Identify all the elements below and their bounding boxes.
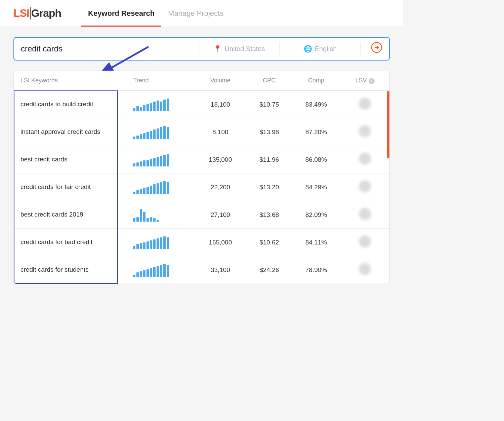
search-location[interactable]: 📍 United States [206,45,273,53]
cpc-cell: $13.98 [247,118,292,146]
comp-cell: 84.11% [292,229,340,256]
lsv-blur-indicator [359,125,371,137]
bar [160,127,162,139]
bar [143,160,145,166]
bar-chart [133,98,187,111]
bar [157,101,159,111]
keyword-cell: best credit cards [14,146,126,174]
cpc-cell: $11.96 [247,146,292,174]
cpc-cell: $10.62 [247,229,292,256]
bar [133,246,135,249]
search-submit-button[interactable] [371,42,382,56]
scroll-indicator[interactable] [387,91,389,158]
lsv-blur-indicator [359,98,371,110]
bar [153,102,156,111]
bar [157,183,159,194]
bar [160,182,162,194]
table-row[interactable]: credit cards for bad credit165,000$10.62… [14,229,389,256]
bar [167,99,169,111]
bar [150,159,152,166]
bar [140,271,142,277]
lsv-blur-indicator [359,263,371,275]
cpc-cell: $10.75 [247,90,292,118]
bar [150,268,152,277]
header: LSIGraph Keyword Research Manage Project… [0,0,403,27]
bar [136,217,139,222]
bar [160,102,162,111]
trend-cell [126,90,194,118]
logo: LSIGraph [13,7,61,20]
bar [136,136,139,139]
bar [146,241,149,249]
bar [163,126,166,139]
bar-chart [133,236,187,249]
bar [143,105,145,111]
bar-chart [133,125,187,139]
search-input[interactable] [21,44,192,53]
volume-cell: 8,100 [194,118,247,146]
col-header-comp: Comp [292,71,340,90]
trend-cell [126,146,194,174]
bar [153,239,156,249]
comp-cell: 86.08% [292,146,340,174]
volume-cell: 27,100 [194,201,247,229]
globe-icon: 🌐 [304,45,312,53]
volume-cell: 18,100 [194,90,247,118]
lsv-blur-indicator [359,208,371,220]
tab-manage-projects[interactable]: Manage Projects [161,0,230,27]
logo-graph: Graph [31,7,61,20]
bar [136,162,139,166]
bar [160,265,162,277]
bar [146,132,149,139]
table-row[interactable]: best credit cards 201927,100$13.6882.09% [14,201,389,229]
tab-keyword-research[interactable]: Keyword Research [81,0,161,27]
bar [157,266,159,277]
nav-tabs: Keyword Research Manage Projects [81,0,230,27]
keyword-cell: credit cards for bad credit [14,229,126,256]
bar [153,129,156,139]
search-divider-1 [199,42,199,55]
keyword-cell: best credit cards 2019 [14,201,126,229]
bar [143,188,145,194]
lsv-info-icon[interactable]: i [369,78,375,84]
trend-cell [126,174,194,201]
table-row[interactable]: credit cards for students33,100$24.2678.… [14,256,389,284]
bar [133,163,135,166]
volume-cell: 22,200 [194,174,247,201]
bar [157,238,159,249]
table-row[interactable]: instant approval credit cards8,100$13.98… [14,118,389,146]
bar [163,236,166,249]
bar [140,243,142,249]
bar [143,270,145,277]
bar [133,192,135,194]
bar [163,181,166,194]
bar [140,161,142,166]
comp-cell: 78.90% [292,256,340,284]
bar [150,217,152,222]
bar [150,131,152,139]
table-row[interactable]: credit cards for fair credit22,200$13.20… [14,174,389,201]
lsv-blur-indicator [359,153,371,165]
bar [133,108,135,111]
search-language[interactable]: 🌐 English [287,45,354,53]
lsv-cell [341,201,389,229]
table-row[interactable]: credit cards to build credit18,100$10.75… [14,90,389,118]
search-divider-2 [280,42,280,55]
lsv-cell [341,90,389,118]
bar [143,242,145,249]
language-label: English [315,45,337,53]
results-table-wrapper: LSI Keywords Trend Volume CPC Comp [14,71,389,284]
bar [150,186,152,194]
search-section: 📍 United States 🌐 English [0,27,403,67]
bar [140,134,142,139]
bar [140,189,142,194]
keyword-cell: credit cards for fair credit [14,174,126,201]
bar [157,157,159,166]
col-header-trend: Trend [126,71,194,90]
lsv-cell [341,256,389,284]
volume-cell: 165,000 [194,229,247,256]
search-bar: 📍 United States 🌐 English [13,37,390,61]
results-table: LSI Keywords Trend Volume CPC Comp [14,71,389,284]
cpc-cell: $24.26 [247,256,292,284]
table-row[interactable]: best credit cards135,000$11.9686.08% [14,146,389,174]
